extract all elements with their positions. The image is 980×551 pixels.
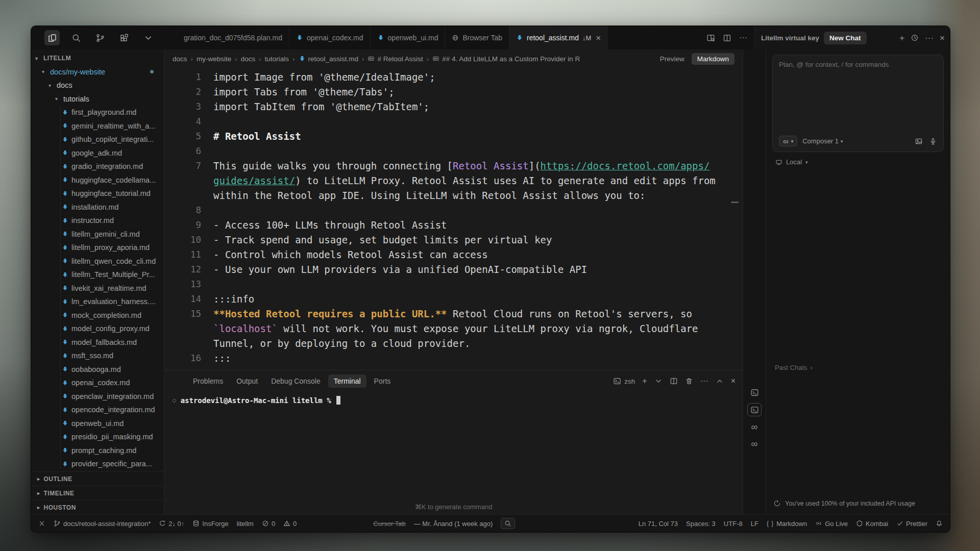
maximize-panel-icon[interactable] [716, 377, 724, 385]
terminal-tab-problems[interactable]: Problems [193, 377, 223, 385]
chat-input-card[interactable]: Plan, @ for context, / for commands ∞ ▾ … [772, 55, 944, 152]
breadcrumb-item[interactable]: ## 4. Add LiteLLM as a Custom Provider i… [432, 55, 580, 63]
chat-tab-new-chat[interactable]: New Chat [824, 32, 867, 44]
infinity-icon[interactable]: ∞ [748, 421, 761, 433]
tree-file[interactable]: provider_specific_para... [31, 457, 164, 471]
tree-file[interactable]: openai_codex.md [31, 376, 164, 390]
insforge[interactable]: InsForge [192, 520, 228, 528]
mode-selector[interactable]: ∞ ▾ [779, 136, 797, 146]
explorer-icon[interactable] [44, 30, 60, 45]
indentation[interactable]: Spaces: 3 [686, 520, 716, 528]
sidebar-section-outline[interactable]: ▸OUTLINE [31, 471, 164, 486]
close-tab-icon[interactable]: × [596, 34, 601, 42]
go-live[interactable]: Go Live [815, 520, 848, 528]
remote-indicator[interactable] [38, 520, 45, 527]
encoding[interactable]: UTF-8 [724, 520, 743, 528]
tab-openai-codex-md[interactable]: openai_codex.md [289, 26, 371, 49]
kill-terminal-icon[interactable] [685, 377, 693, 385]
git-blame[interactable]: — Mr. Ånand (1 week ago) [414, 520, 493, 528]
cursor-tab-toggle[interactable]: Cursor Tab [373, 520, 405, 528]
tab-browser-tab[interactable]: Browser Tab [445, 26, 509, 49]
tree-folder[interactable]: ▾tutorials [31, 92, 164, 106]
close-panel-icon[interactable]: × [731, 377, 736, 385]
project-header[interactable]: ▾LITELLM [31, 52, 164, 65]
tree-file[interactable]: model_config_proxy.md [31, 322, 164, 336]
terminal-icon[interactable] [747, 403, 762, 416]
chevron-down-icon[interactable] [654, 377, 663, 385]
editor[interactable]: 1import Image from '@theme/IdealImage';2… [164, 68, 743, 370]
close-panel-icon[interactable]: × [940, 34, 945, 42]
tree-file[interactable]: model_fallbacks.md [31, 336, 164, 349]
terminal-icon[interactable] [748, 386, 761, 398]
prettier[interactable]: Prettier [896, 520, 927, 528]
extensions-icon[interactable] [116, 30, 132, 45]
terminal-tab-terminal[interactable]: Terminal [328, 374, 366, 388]
tree-folder[interactable]: ▾docs [31, 79, 164, 92]
language-mode[interactable]: { }Markdown [767, 520, 807, 528]
search-icon[interactable] [68, 30, 84, 45]
tree-file[interactable]: gradio_integration.md [31, 160, 164, 173]
preview-button[interactable]: Preview [657, 54, 688, 64]
infinity-icon[interactable]: ∞ [748, 438, 761, 450]
breadcrumb-item[interactable]: my-website [197, 55, 231, 63]
tree-file[interactable]: litellm_proxy_aporia.md [31, 241, 164, 255]
tree-file[interactable]: presidio_pii_masking.md [31, 430, 164, 444]
tree-file[interactable]: openweb_ui.md [31, 417, 164, 431]
more-actions-icon[interactable]: ··· [739, 33, 747, 42]
eol-indicator[interactable]: LF [751, 520, 758, 528]
tree-file[interactable]: first_playground.md [31, 106, 164, 119]
tree-file[interactable]: msft_sso.md [31, 349, 164, 363]
terminal-tab-output[interactable]: Output [236, 377, 258, 385]
chevron-down-icon[interactable] [140, 30, 156, 45]
context-selector[interactable]: Local ▾ [775, 158, 950, 166]
tree-file[interactable]: litellm_gemini_cli.md [31, 228, 164, 241]
terminal[interactable]: ○ astrodevil@Astro-Mac-mini litellm % [164, 392, 743, 514]
microphone-icon[interactable] [929, 137, 937, 145]
tab-retool-assist-md[interactable]: retool_assist.md↓M× [509, 26, 608, 49]
tree-file[interactable]: instructor.md [31, 214, 164, 228]
breadcrumb-item[interactable]: docs [173, 55, 187, 63]
tab-gration-doc-d075fd58-plan-md[interactable]: gration_doc_d075fd58.plan.md [177, 26, 289, 49]
tree-file[interactable]: openclaw_integration.md [31, 390, 164, 404]
markdown-button[interactable]: Markdown [692, 53, 734, 65]
history-icon[interactable] [911, 34, 919, 42]
tree-file[interactable]: mock_completion.md [31, 309, 164, 322]
tree-file[interactable]: installation.md [31, 201, 164, 214]
model-selector[interactable]: Composer 1 ▾ [802, 137, 843, 145]
problems-warnings[interactable]: 0 [283, 520, 297, 528]
shell-selector[interactable]: zsh [613, 377, 635, 385]
new-chat-icon[interactable]: + [899, 34, 904, 42]
scrollbar-thumb[interactable] [731, 202, 739, 203]
terminal-tab-ports[interactable]: Ports [374, 377, 391, 385]
breadcrumb-item[interactable]: retool_assist.md [299, 55, 358, 63]
notifications-bell-icon[interactable] [936, 520, 943, 527]
open-preview-icon[interactable] [706, 34, 715, 42]
more-options-icon[interactable]: ··· [925, 34, 934, 42]
tree-file[interactable]: gemini_realtime_with_a... [31, 119, 164, 133]
image-attach-icon[interactable] [915, 137, 923, 145]
breadcrumb-item[interactable]: tutorials [265, 55, 289, 63]
kombai[interactable]: Kombai [856, 520, 888, 528]
source-control-icon[interactable] [92, 30, 108, 45]
tree-file[interactable]: livekit_xai_realtime.md [31, 282, 164, 295]
past-chats[interactable]: Past Chats › [775, 364, 813, 371]
tree-file[interactable]: huggingface_codellama... [31, 173, 164, 187]
sidebar-section-houston[interactable]: ▸HOUSTON [31, 500, 164, 514]
git-sync[interactable]: 2↓ 0↑ [159, 520, 184, 528]
more-actions-icon[interactable]: ··· [700, 377, 708, 385]
split-editor-icon[interactable] [723, 34, 731, 42]
tree-folder[interactable]: ▾docs/my-website [31, 65, 164, 79]
breadcrumb-item[interactable]: docs [241, 55, 256, 63]
new-terminal-icon[interactable]: + [642, 377, 647, 385]
tree-file[interactable]: prompt_caching.md [31, 444, 164, 458]
tab-openweb-ui-md[interactable]: openweb_ui.md [371, 26, 446, 49]
tree-file[interactable]: litellm_qwen_code_cli.md [31, 255, 164, 268]
terminal-tab-debug-console[interactable]: Debug Console [271, 377, 321, 385]
tree-file[interactable]: github_copilot_integrati... [31, 133, 164, 146]
git-branch[interactable]: docs/retool-assist-integration* [54, 520, 151, 528]
litellm-status[interactable]: litellm [237, 520, 254, 528]
breadcrumb-item[interactable]: # Retool Assist [368, 55, 423, 63]
tree-file[interactable]: oobabooga.md [31, 363, 164, 377]
tree-file[interactable]: lm_evaluation_harness.... [31, 295, 164, 309]
tree-file[interactable]: litellm_Test_Multiple_Pr... [31, 268, 164, 282]
